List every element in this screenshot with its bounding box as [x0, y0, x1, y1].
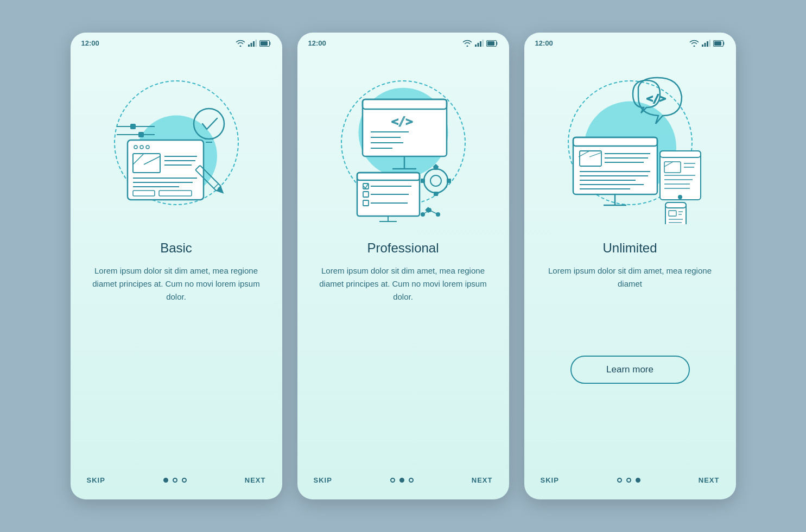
svg-rect-3 [255, 40, 257, 47]
icon-area-basic [71, 50, 282, 235]
skip-btn-3[interactable]: SKIP [541, 476, 559, 484]
signal-icon [248, 40, 257, 47]
status-icons-3 [689, 40, 725, 47]
time-1: 12:00 [81, 39, 99, 47]
status-icons-2 [462, 40, 498, 47]
svg-rect-36 [487, 41, 494, 46]
dot-1-1 [163, 478, 168, 483]
bottom-nav-1: SKIP NEXT [71, 465, 282, 499]
svg-rect-1 [250, 43, 252, 47]
icon-area-unlimited: </> [524, 50, 736, 235]
screen-desc-1: Lorem ipsum dolor sit dim amet, mea regi… [71, 264, 282, 365]
dots-1 [163, 478, 187, 483]
dot-2-3 [409, 478, 414, 483]
svg-rect-34 [482, 40, 484, 47]
svg-rect-5 [261, 41, 268, 46]
svg-rect-71 [702, 45, 703, 47]
dots-3 [617, 478, 640, 483]
unlimited-illustration: </> [551, 67, 709, 224]
svg-line-30 [213, 183, 218, 188]
svg-rect-73 [707, 41, 708, 47]
dots-2 [390, 478, 414, 483]
icon-area-professional: </> [297, 50, 509, 235]
screens-container: 12:00 [71, 33, 736, 499]
signal-icon [702, 40, 710, 47]
status-bar-1: 12:00 [71, 33, 282, 50]
screen-title-1: Basic [71, 235, 282, 264]
status-bar-2: 12:00 [297, 33, 509, 50]
learn-more-button[interactable]: Learn more [570, 356, 690, 384]
battery-icon [713, 40, 725, 47]
svg-rect-32 [477, 43, 479, 47]
svg-text:</>: </> [391, 115, 413, 128]
dot-3-3 [636, 478, 640, 483]
dot-1-3 [182, 478, 187, 483]
screen-unlimited: 12:00 [524, 33, 736, 499]
svg-rect-62 [421, 179, 425, 183]
dot-3-1 [617, 478, 622, 483]
screen-basic: 12:00 [71, 33, 282, 499]
bottom-nav-2: SKIP NEXT [297, 465, 509, 499]
time-3: 12:00 [535, 39, 553, 47]
time-2: 12:00 [308, 39, 326, 47]
screen-title-3: Unlimited [524, 235, 736, 264]
wifi-icon [689, 40, 699, 47]
svg-rect-63 [447, 179, 451, 183]
svg-rect-72 [704, 43, 706, 47]
next-btn-1[interactable]: NEXT [245, 476, 266, 484]
dot-3-2 [626, 478, 631, 483]
svg-point-59 [430, 175, 441, 186]
svg-point-58 [424, 169, 448, 193]
screen-desc-2: Lorem ipsum dolor sit dim amet, mea regi… [297, 264, 509, 365]
svg-point-25 [194, 109, 224, 139]
screen-professional: 12:00 [297, 33, 509, 499]
svg-rect-2 [253, 41, 255, 47]
battery-icon [486, 40, 498, 47]
svg-rect-33 [480, 41, 481, 47]
svg-text:</>: </> [646, 92, 666, 105]
screen-title-2: Professional [297, 235, 509, 264]
svg-point-102 [678, 195, 682, 199]
svg-marker-29 [216, 186, 226, 196]
svg-rect-74 [709, 40, 710, 47]
next-btn-2[interactable]: NEXT [472, 476, 493, 484]
status-icons-1 [236, 40, 271, 47]
skip-btn-1[interactable]: SKIP [87, 476, 105, 484]
wifi-icon [462, 40, 472, 47]
battery-icon [259, 40, 271, 47]
basic-illustration [100, 69, 252, 221]
svg-rect-76 [714, 41, 721, 46]
dot-1-2 [173, 478, 177, 483]
wifi-icon [236, 40, 245, 47]
status-bar-3: 12:00 [524, 33, 736, 50]
svg-rect-0 [248, 45, 250, 47]
screen-desc-3: Lorem ipsum dolor sit dim amet, mea regi… [524, 264, 736, 346]
professional-illustration: </> [327, 67, 479, 224]
svg-line-69 [429, 210, 438, 214]
bottom-nav-3: SKIP NEXT [524, 465, 736, 499]
svg-rect-61 [434, 192, 438, 196]
signal-icon [475, 40, 484, 47]
svg-rect-24 [138, 132, 144, 137]
svg-rect-22 [130, 124, 136, 129]
next-btn-3[interactable]: NEXT [699, 476, 720, 484]
dot-2-2 [399, 478, 404, 483]
svg-rect-31 [475, 45, 477, 47]
dot-2-1 [390, 478, 395, 483]
skip-btn-2[interactable]: SKIP [314, 476, 332, 484]
